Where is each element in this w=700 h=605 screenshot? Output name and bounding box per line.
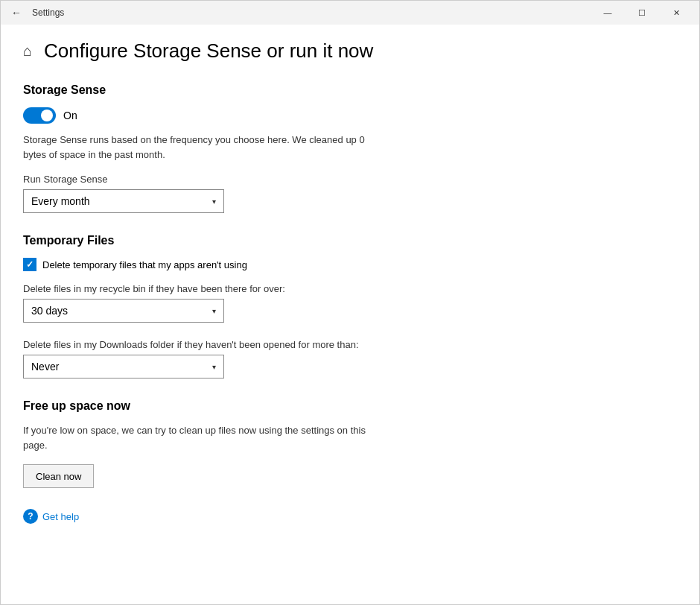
titlebar-title: Settings xyxy=(32,7,64,18)
settings-window: ← Settings — ☐ ✕ ⌂ Configure Storage Sen… xyxy=(0,0,700,605)
get-help-link[interactable]: Get help xyxy=(42,511,79,522)
recycle-bin-label: Delete files in my recycle bin if they h… xyxy=(23,283,677,294)
help-row: ? Get help xyxy=(23,509,677,524)
downloads-value: Never xyxy=(31,361,59,373)
free-space-title: Free up space now xyxy=(23,399,677,413)
page-title: Configure Storage Sense or run it now xyxy=(44,39,373,63)
content-area: ⌂ Configure Storage Sense or run it now … xyxy=(1,25,699,604)
maximize-button[interactable]: ☐ xyxy=(625,1,659,25)
help-icon: ? xyxy=(23,509,38,524)
recycle-bin-dropdown[interactable]: 30 days ▾ xyxy=(23,299,224,323)
toggle-row: On xyxy=(23,107,677,124)
run-dropdown-value: Every month xyxy=(31,195,90,207)
delete-temp-row: ✓ Delete temporary files that my apps ar… xyxy=(23,258,677,271)
run-label: Run Storage Sense xyxy=(23,174,677,185)
toggle-on-label: On xyxy=(63,110,77,121)
clean-now-button[interactable]: Clean now xyxy=(23,464,94,488)
temporary-files-title: Temporary Files xyxy=(23,234,677,247)
storage-sense-title: Storage Sense xyxy=(23,83,677,97)
delete-temp-label: Delete temporary files that my apps aren… xyxy=(42,259,247,270)
recycle-bin-arrow: ▾ xyxy=(212,307,216,315)
delete-temp-checkbox[interactable]: ✓ xyxy=(23,258,36,271)
downloads-dropdown[interactable]: Never ▾ xyxy=(23,355,224,378)
run-storage-sense-dropdown[interactable]: Every month ▾ xyxy=(23,189,224,213)
downloads-group: Delete files in my Downloads folder if t… xyxy=(23,339,677,378)
downloads-arrow: ▾ xyxy=(212,363,216,371)
storage-sense-toggle[interactable] xyxy=(23,107,56,124)
free-space-section: Free up space now If you're low on space… xyxy=(23,399,677,488)
run-storage-sense-group: Run Storage Sense Every month ▾ xyxy=(23,174,677,213)
recycle-bin-group: Delete files in my recycle bin if they h… xyxy=(23,283,677,323)
home-icon[interactable]: ⌂ xyxy=(23,42,32,60)
storage-sense-description: Storage Sense runs based on the frequenc… xyxy=(23,133,381,162)
close-button[interactable]: ✕ xyxy=(659,1,693,25)
page-header: ⌂ Configure Storage Sense or run it now xyxy=(23,39,677,63)
downloads-label: Delete files in my Downloads folder if t… xyxy=(23,339,677,350)
checkbox-checkmark: ✓ xyxy=(26,259,34,270)
back-button[interactable]: ← xyxy=(7,4,26,22)
titlebar-nav: ← Settings xyxy=(7,4,64,22)
titlebar: ← Settings — ☐ ✕ xyxy=(1,1,699,25)
storage-sense-section: Storage Sense On Storage Sense runs base… xyxy=(23,83,677,213)
free-space-description: If you're low on space, we can try to cl… xyxy=(23,423,381,452)
recycle-bin-value: 30 days xyxy=(31,305,68,317)
titlebar-controls: — ☐ ✕ xyxy=(591,1,693,25)
temporary-files-section: Temporary Files ✓ Delete temporary files… xyxy=(23,234,677,378)
minimize-button[interactable]: — xyxy=(591,1,625,25)
run-dropdown-arrow: ▾ xyxy=(212,197,216,206)
